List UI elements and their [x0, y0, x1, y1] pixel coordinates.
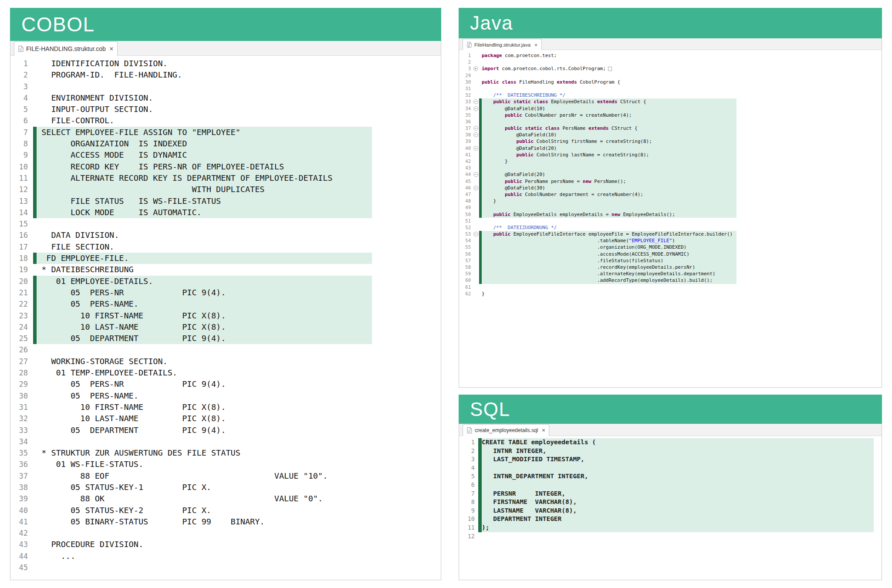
- code-line: 33− public static class EmployeeDetails …: [459, 98, 882, 105]
- fold-expanded-icon[interactable]: −: [473, 106, 478, 111]
- fold-expanded-icon[interactable]: −: [473, 232, 478, 237]
- code-line: 1package com.proetcon.test;: [459, 52, 882, 59]
- line-number: 39: [459, 138, 472, 145]
- code-line: 3+import com.proetcon.cobol.rts.CobolPro…: [459, 65, 882, 72]
- line-number: 1: [459, 438, 478, 447]
- highlight-bar: [33, 390, 37, 402]
- code-text: ENVIRONMENT DIVISION.: [37, 92, 153, 104]
- code-line: 32 /** DATEIBESCHREIBUNG */: [459, 92, 882, 98]
- code-line: 15: [10, 218, 441, 230]
- line-number: 44: [459, 171, 472, 178]
- cobol-code-editor[interactable]: 1 IDENTIFICATION DIVISION.2 PROGRAM-ID. …: [10, 56, 441, 580]
- fold-margin: −: [472, 98, 479, 105]
- line-number: 12: [459, 532, 478, 541]
- code-text: public CobolNumber persNr = createNumber…: [482, 112, 737, 118]
- line-number: 40: [459, 145, 472, 152]
- line-number: 39: [10, 493, 33, 504]
- code-line: 2: [459, 59, 882, 65]
- sql-editor-tab[interactable]: create_employeedetails.sql ×: [463, 424, 549, 436]
- line-number: 16: [10, 230, 33, 241]
- line-number: 33: [10, 425, 33, 436]
- sql-code-editor[interactable]: 1CREATE TABLE employeedetails (2 INTNR I…: [459, 436, 882, 580]
- sql-file-icon: [467, 427, 472, 433]
- code-line: 4 ENVIRONMENT DIVISION.: [10, 92, 441, 104]
- highlight-bar: [33, 115, 37, 126]
- code-line: 45: [10, 562, 441, 573]
- line-number: 4: [10, 92, 33, 104]
- line-number: 38: [459, 132, 472, 138]
- fold-expanded-icon[interactable]: −: [473, 146, 478, 151]
- fold-margin: [472, 112, 479, 118]
- line-number: 52: [459, 224, 472, 231]
- line-number: 35: [459, 112, 472, 118]
- code-line: 58 .recordKey(employeeDetails.persNr): [459, 264, 882, 270]
- highlight-bar: [479, 218, 482, 224]
- highlight-bar: [33, 138, 37, 149]
- code-text: FILE SECTION.: [37, 241, 114, 253]
- code-text: package com.proetcon.test;: [482, 52, 557, 59]
- fold-margin: [472, 165, 479, 171]
- fold-margin: [472, 191, 479, 198]
- java-code-editor[interactable]: 1package com.proetcon.test;23+import com…: [459, 50, 882, 387]
- code-text: 10 FIRST-NAME PIC X(8).: [37, 310, 372, 321]
- fold-margin: [472, 158, 479, 165]
- code-text: WORKING-STORAGE SECTION.: [37, 356, 168, 367]
- folded-region-icon[interactable]: [608, 67, 612, 71]
- highlight-bar: [33, 287, 37, 298]
- close-icon[interactable]: ×: [534, 42, 537, 47]
- code-line: 29 05 PERS-NR PIC 9(4).: [10, 378, 441, 390]
- fold-expanded-icon[interactable]: −: [473, 132, 478, 137]
- code-line: 36: [459, 118, 882, 125]
- code-text: WITH DUPLICATES: [37, 184, 372, 195]
- fold-expanded-icon[interactable]: −: [473, 186, 478, 190]
- code-line: 22 05 PERS-NAME.: [10, 298, 441, 310]
- fold-collapsed-icon[interactable]: +: [473, 66, 478, 71]
- code-line: 3 LAST_MODIFIED TIMESTAMP,: [459, 455, 882, 464]
- line-number: 6: [10, 115, 33, 126]
- java-editor-window: J FileHandling.struktur.java × 1package …: [459, 38, 882, 388]
- code-text: [482, 204, 737, 211]
- code-line: 38− @DataField(10): [459, 132, 882, 138]
- code-line: 57 .fileStatus(fileStatus): [459, 257, 882, 264]
- close-icon[interactable]: ×: [542, 427, 545, 433]
- line-number: 47: [459, 191, 472, 198]
- code-text: INTNR INTEGER,: [482, 447, 874, 456]
- sql-tab-label: create_employeedetails.sql: [475, 427, 538, 433]
- line-number: 32: [459, 92, 472, 98]
- java-editor-tab[interactable]: J FileHandling.struktur.java ×: [463, 39, 542, 50]
- fold-expanded-icon[interactable]: −: [473, 172, 478, 177]
- highlight-bar: [33, 402, 37, 413]
- line-number: 22: [10, 298, 33, 310]
- code-line: 47 public CobolNumber department = creat…: [459, 191, 882, 198]
- code-line: 12 WITH DUPLICATES: [10, 184, 441, 195]
- fold-expanded-icon[interactable]: −: [473, 99, 478, 104]
- line-number: 31: [10, 402, 33, 413]
- highlight-bar: [478, 490, 482, 498]
- highlight-bar: [33, 356, 37, 367]
- highlight-bar: [478, 455, 482, 464]
- code-line: 1CREATE TABLE employeedetails (: [459, 438, 882, 447]
- highlight-bar: [478, 472, 482, 481]
- fold-margin: [472, 224, 479, 231]
- code-text: public PersName persName = new PersName(…: [482, 178, 737, 185]
- code-text: .accessMode(ACCESS_MODE.DYNAMIC): [482, 251, 737, 257]
- java-tab-label: FileHandling.struktur.java: [474, 42, 530, 47]
- close-icon[interactable]: ×: [110, 45, 113, 52]
- code-line: 42: [10, 527, 441, 539]
- line-number: 41: [10, 516, 33, 527]
- line-number: 41: [459, 152, 472, 158]
- code-text: .organization(ORG_MODE.INDEXED): [482, 244, 737, 250]
- code-text: public EmployeeDetails employeeDetails =…: [482, 211, 737, 218]
- code-line: 33 05 DEPARTMENT PIC 9(4).: [10, 425, 441, 436]
- cobol-editor-tab[interactable]: FILE-HANDLING.struktur.cob ×: [14, 41, 118, 56]
- code-text: public static class PersName extends CSt…: [482, 125, 737, 132]
- fold-expanded-icon[interactable]: −: [473, 126, 478, 131]
- line-number: 1: [10, 58, 33, 69]
- highlight-bar: [33, 276, 37, 287]
- highlight-bar: [33, 321, 37, 333]
- line-number: 61: [459, 284, 472, 291]
- line-number: 57: [459, 257, 472, 264]
- highlight-bar: [33, 161, 37, 172]
- code-text: LOCK MODE IS AUTOMATIC.: [37, 207, 372, 218]
- sql-panel-title: SQL: [470, 399, 510, 420]
